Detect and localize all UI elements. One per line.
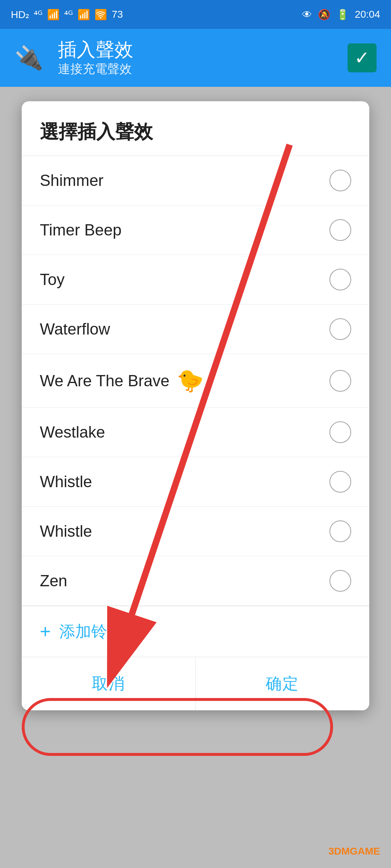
confirm-check-button[interactable]: ✓ [348, 43, 377, 72]
list-item[interactable]: Timer Beep [22, 205, 369, 255]
radio-westlake[interactable] [329, 421, 351, 443]
plus-icon: + [40, 621, 51, 642]
status-bar-left: HD₂ ⁴ᴳ 📶 ⁴ᴳ 📶 🛜 73 [11, 9, 123, 21]
item-label-whistle-1: Whistle [40, 473, 92, 491]
header-text-block: 插入聲效 連接充電聲效 [58, 38, 333, 77]
bell-off-icon: 🔕 [318, 9, 331, 21]
list-item[interactable]: We Are The Brave 🐤 [22, 354, 369, 408]
wifi-icon: 🛜 [94, 9, 107, 21]
app-header: 🔌 插入聲效 連接充電聲效 ✓ [0, 29, 391, 87]
hd-indicator: HD₂ [11, 9, 29, 21]
status-bar: HD₂ ⁴ᴳ 📶 ⁴ᴳ 📶 🛜 73 👁 🔕 🔋 20:04 [0, 0, 391, 29]
sound-list: Shimmer Timer Beep Toy Waterflow We Are … [22, 156, 369, 657]
item-label-timer-beep: Timer Beep [40, 221, 122, 239]
radio-whistle-2[interactable] [329, 520, 351, 542]
chick-emoji: 🐤 [177, 368, 204, 393]
confirm-button[interactable]: 确定 [196, 657, 370, 710]
list-item[interactable]: Westlake [22, 408, 369, 457]
clock: 20:04 [355, 9, 380, 20]
list-item[interactable]: Shimmer [22, 156, 369, 205]
radio-zen[interactable] [329, 570, 351, 592]
radio-we-are-the-brave[interactable] [329, 370, 351, 392]
signal-bars-1: 📶 [47, 9, 60, 21]
list-item[interactable]: Whistle [22, 457, 369, 507]
network-4g-1: ⁴ᴳ [34, 9, 43, 21]
watermark: 3DMGAME [328, 846, 380, 857]
battery-percent: 73 [112, 9, 123, 20]
list-item[interactable]: Whistle [22, 507, 369, 556]
status-bar-right: 👁 🔕 🔋 20:04 [302, 9, 380, 21]
item-label-zen: Zen [40, 572, 67, 590]
radio-shimmer[interactable] [329, 170, 351, 191]
item-label-shimmer: Shimmer [40, 171, 104, 190]
add-ringtone-button[interactable]: + 添加铃声 [22, 606, 369, 657]
signal-bars-2: 📶 [77, 9, 90, 21]
eye-icon: 👁 [302, 9, 312, 21]
item-label-westlake: Westlake [40, 423, 105, 441]
add-ringtone-label: 添加铃声 [59, 621, 123, 642]
battery-icon: 🔋 [336, 9, 349, 21]
network-4g-2: ⁴ᴳ [64, 9, 73, 21]
item-label-whistle-2: Whistle [40, 522, 92, 540]
cancel-button[interactable]: 取消 [22, 657, 196, 710]
dialog-actions: 取消 确定 [22, 657, 369, 710]
list-item[interactable]: Zen [22, 556, 369, 606]
radio-toy[interactable] [329, 269, 351, 290]
item-label-toy: Toy [40, 271, 64, 289]
item-label-we-are-the-brave: We Are The Brave 🐤 [40, 368, 204, 393]
header-subtitle: 連接充電聲效 [58, 61, 333, 77]
background-area: 選擇插入聲效 Shimmer Timer Beep Toy Waterflow [0, 87, 391, 868]
radio-whistle-1[interactable] [329, 471, 351, 493]
item-label-waterflow: Waterflow [40, 320, 110, 338]
header-title: 插入聲效 [58, 38, 333, 61]
radio-timer-beep[interactable] [329, 219, 351, 241]
list-item[interactable]: Waterflow [22, 305, 369, 354]
sound-picker-dialog: 選擇插入聲效 Shimmer Timer Beep Toy Waterflow [22, 101, 369, 710]
radio-waterflow[interactable] [329, 318, 351, 340]
plug-icon: 🔌 [14, 44, 43, 72]
list-item[interactable]: Toy [22, 255, 369, 305]
dialog-title: 選擇插入聲效 [22, 101, 369, 156]
